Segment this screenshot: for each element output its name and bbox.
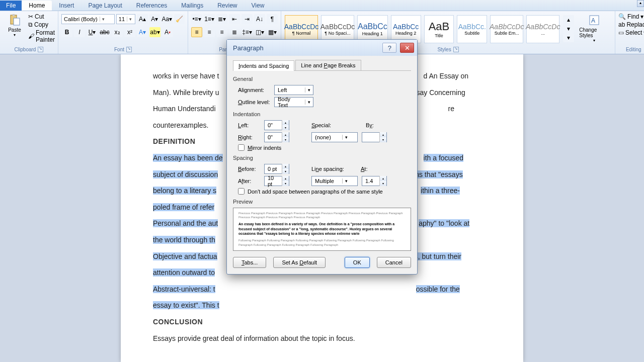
text-effects-button[interactable]: A▾ (137, 27, 148, 37)
sort-button[interactable]: A↓ (254, 14, 265, 24)
tab-view[interactable]: View (245, 1, 272, 11)
close-icon: ✕ (405, 44, 410, 52)
doc-text: ossible for the (416, 285, 460, 293)
style-more[interactable]: AaBbCcDc... (526, 15, 559, 43)
dont-add-label: Don't add space between paragraphs of th… (248, 189, 383, 195)
indent-left-spinner[interactable]: 0"▴▾ (264, 120, 289, 130)
tab-line-page-breaks[interactable]: Line and Page Breaks (295, 60, 361, 70)
copy-button[interactable]: ⧉Copy (28, 21, 55, 28)
alignment-combo[interactable]: Left▾ (274, 85, 313, 95)
ok-button[interactable]: OK (345, 257, 370, 268)
tab-mailings[interactable]: Mailings (174, 1, 210, 11)
italic-button[interactable]: I (74, 27, 85, 37)
styles-launcher[interactable] (453, 47, 459, 52)
close-button[interactable]: ✕ (400, 43, 414, 53)
decrease-indent-button[interactable]: ⇤ (229, 14, 240, 24)
font-size-combo[interactable]: 11▾ (116, 14, 136, 24)
shrink-font-button[interactable]: A▾ (149, 14, 160, 24)
cut-button[interactable]: ✂Cut (28, 13, 55, 20)
style-subtitle[interactable]: AaBbCc.Subtitle (457, 15, 487, 43)
font-color-button[interactable]: A▾ (162, 27, 173, 37)
format-painter-button[interactable]: 🖌Format Painter (28, 29, 55, 43)
superscript-button[interactable]: x² (124, 27, 135, 37)
section-preview: Preview (233, 199, 411, 205)
bullets-button[interactable]: •≡▾ (191, 14, 202, 24)
set-default-button[interactable]: Set As Default (273, 257, 326, 268)
select-button[interactable]: ▭Select ▾ (618, 29, 644, 36)
tab-indents-spacing[interactable]: IIndents and Spacingndents and Spacing (233, 60, 294, 71)
editing-label: Editing (626, 47, 641, 52)
special-combo[interactable]: (none)▾ (311, 132, 358, 142)
paste-icon (9, 14, 21, 26)
highlight-button[interactable]: ab▾ (149, 27, 160, 37)
preview-box: Previous Paragraph Previous Paragraph Pr… (233, 208, 411, 251)
borders-button[interactable]: ▦▾ (267, 27, 278, 37)
paste-button[interactable]: Paste▾ (3, 12, 26, 39)
tab-file[interactable]: File (0, 1, 22, 11)
align-center-button[interactable]: ≡ (204, 27, 215, 37)
numbering-button[interactable]: 1≡▾ (204, 14, 215, 24)
cancel-button[interactable]: Cancel (377, 257, 411, 268)
styles-scroll-up[interactable]: ▴ (563, 15, 574, 24)
replace-button[interactable]: abReplace (618, 21, 644, 28)
dont-add-space-checkbox[interactable] (238, 188, 245, 195)
clear-formatting-button[interactable]: 🧹 (174, 14, 185, 24)
styles-scroll-down[interactable]: ▾ (563, 24, 574, 33)
grow-font-button[interactable]: A▴ (137, 14, 147, 24)
ribbon-minimize-icon[interactable]: ▴ (637, 0, 644, 7)
shading-button[interactable]: ◫▾ (254, 27, 265, 37)
line-spacing-button[interactable]: ‡≡▾ (242, 27, 253, 37)
change-styles-button[interactable]: A Change Styles▾ (576, 12, 612, 45)
indent-right-spinner[interactable]: 0"▴▾ (264, 132, 289, 142)
doc-text: works in verse have t (153, 72, 219, 80)
find-button[interactable]: 🔍Find ▾ (618, 13, 644, 20)
doc-text: re (448, 105, 454, 113)
replace-icon: ab (618, 21, 625, 28)
doc-text: subject of discussion (153, 170, 218, 178)
align-left-button[interactable]: ≡ (191, 27, 202, 37)
change-case-button[interactable]: Aa▾ (162, 14, 173, 24)
dialog-tabs: IIndents and Spacingndents and Spacing L… (233, 60, 411, 71)
font-name-combo[interactable]: Calibri (Body)▾ (61, 14, 115, 24)
doc-text: Man). While brevity u (153, 88, 219, 97)
after-label: After: (238, 178, 264, 184)
group-clipboard: Paste▾ ✂Cut ⧉Copy 🖌Format Painter Clipbo… (0, 11, 58, 54)
linespacing-combo[interactable]: Multiple▾ (311, 176, 358, 186)
clipboard-launcher[interactable] (38, 47, 43, 52)
underline-button[interactable]: U▾ (87, 27, 98, 37)
section-spacing: Spacing (233, 155, 411, 161)
doc-text: ith a focused (424, 154, 463, 162)
dialog-titlebar[interactable]: Paragraph ? ✕ (227, 40, 417, 56)
doc-text: Objective and factua (153, 252, 217, 260)
tab-page-layout[interactable]: Page Layout (81, 1, 129, 11)
align-right-button[interactable]: ≡ (216, 27, 227, 37)
help-button[interactable]: ? (382, 43, 396, 53)
indent-right-label: Right: (238, 134, 264, 140)
justify-button[interactable]: ≣ (229, 27, 240, 37)
subscript-button[interactable]: x₂ (112, 27, 123, 37)
by-spinner[interactable]: ▴▾ (362, 132, 387, 142)
tab-insert[interactable]: Insert (52, 1, 81, 11)
tabs-button[interactable]: Tabs... (233, 257, 266, 268)
multilevel-button[interactable]: ≣▾ (216, 14, 227, 24)
tab-home[interactable]: Home (22, 1, 52, 11)
doc-text: Human Understandi (153, 105, 216, 113)
doc-text: belong to a literary s (153, 187, 216, 195)
before-spinner[interactable]: 0 pt▴▾ (264, 164, 289, 174)
after-spinner[interactable]: 10 pt▴▾ (264, 176, 289, 186)
style-title[interactable]: AaBTitle (424, 15, 454, 43)
show-hide-button[interactable]: ¶ (267, 14, 278, 24)
brush-icon: 🖌 (28, 33, 34, 40)
mirror-indents-checkbox[interactable] (238, 144, 245, 151)
increase-indent-button[interactable]: ⇥ (242, 14, 253, 24)
tab-review[interactable]: Review (210, 1, 244, 11)
outline-combo[interactable]: Body Text▾ (274, 97, 313, 107)
at-spinner[interactable]: 1.4▴▾ (362, 176, 387, 186)
strikethrough-button[interactable]: abc (99, 27, 110, 37)
style-subtle-em[interactable]: AaBbCcDcSubtle Em... (490, 15, 523, 43)
tab-references[interactable]: References (129, 1, 174, 11)
font-launcher[interactable] (126, 47, 132, 52)
styles-expand[interactable]: ▾ (563, 33, 574, 42)
bold-button[interactable]: B (61, 27, 72, 37)
section-general: General (233, 76, 411, 82)
